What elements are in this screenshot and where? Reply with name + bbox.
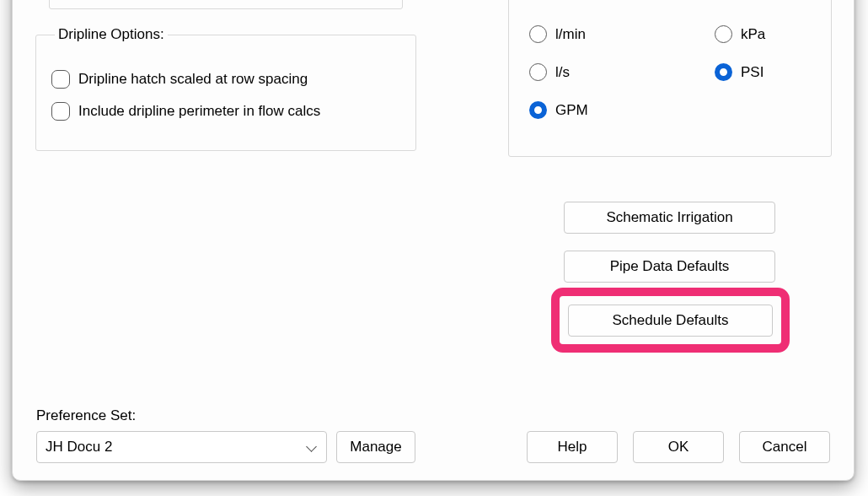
pipe-data-defaults-button[interactable]: Pipe Data Defaults	[564, 251, 775, 283]
flow-ls-radio[interactable]	[529, 63, 547, 81]
chevron-down-icon	[306, 441, 318, 453]
dripline-options-legend: Dripline Options:	[55, 26, 168, 43]
ok-label: OK	[668, 439, 689, 456]
previous-panel-placeholder	[49, 0, 403, 9]
help-button[interactable]: Help	[527, 431, 618, 463]
units-grid: l/min l/s GPM kPa	[529, 0, 822, 148]
help-label: Help	[558, 439, 587, 456]
dripline-options-group: Dripline Options: Dripline hatch scaled …	[35, 26, 416, 151]
flow-gpm-label: GPM	[555, 102, 588, 119]
dripline-hatch-label: Dripline hatch scaled at row spacing	[78, 71, 308, 88]
flow-lmin-label: l/min	[555, 26, 586, 43]
pressure-psi-label: PSI	[741, 64, 764, 81]
cancel-label: Cancel	[763, 439, 807, 456]
window: Dripline Options: Dripline hatch scaled …	[0, 0, 868, 496]
flow-ls-label: l/s	[555, 64, 570, 81]
schematic-irrigation-button[interactable]: Schematic Irrigation	[564, 202, 775, 234]
ok-button[interactable]: OK	[633, 431, 724, 463]
pressure-kpa-label: kPa	[741, 26, 765, 43]
pipe-data-defaults-label: Pipe Data Defaults	[610, 258, 730, 275]
schedule-defaults-label: Schedule Defaults	[613, 312, 729, 329]
cancel-button[interactable]: Cancel	[739, 431, 830, 463]
flow-gpm-radio[interactable]	[529, 101, 547, 119]
units-group: l/min l/s GPM kPa	[508, 0, 832, 157]
pressure-psi-radio[interactable]	[715, 63, 732, 81]
schematic-irrigation-label: Schematic Irrigation	[606, 209, 732, 226]
dripline-hatch-row: Dripline hatch scaled at row spacing	[51, 70, 400, 89]
highlight-schedule-defaults: Schedule Defaults	[551, 288, 790, 353]
dripline-perimeter-checkbox[interactable]	[51, 102, 70, 121]
pressure-kpa-cell: kPa	[715, 25, 765, 43]
pressure-kpa-radio[interactable]	[715, 25, 732, 43]
preferences-dialog: Dripline Options: Dripline hatch scaled …	[12, 0, 855, 481]
schedule-defaults-button[interactable]: Schedule Defaults	[568, 305, 773, 337]
dripline-perimeter-label: Include dripline perimeter in flow calcs	[78, 103, 320, 120]
preference-set-select[interactable]: JH Docu 2	[36, 431, 327, 463]
manage-button[interactable]: Manage	[336, 431, 415, 463]
preference-set-value: JH Docu 2	[46, 439, 112, 456]
flow-lmin-radio[interactable]	[529, 25, 547, 43]
dripline-perimeter-row: Include dripline perimeter in flow calcs	[51, 102, 400, 121]
preference-set-caption: Preference Set:	[36, 407, 136, 424]
dripline-hatch-checkbox[interactable]	[51, 70, 70, 89]
manage-label: Manage	[350, 439, 401, 456]
flow-gpm-cell: GPM	[529, 101, 588, 119]
flow-lmin-cell: l/min	[529, 25, 586, 43]
pressure-psi-cell: PSI	[715, 63, 764, 81]
flow-ls-cell: l/s	[529, 63, 570, 81]
